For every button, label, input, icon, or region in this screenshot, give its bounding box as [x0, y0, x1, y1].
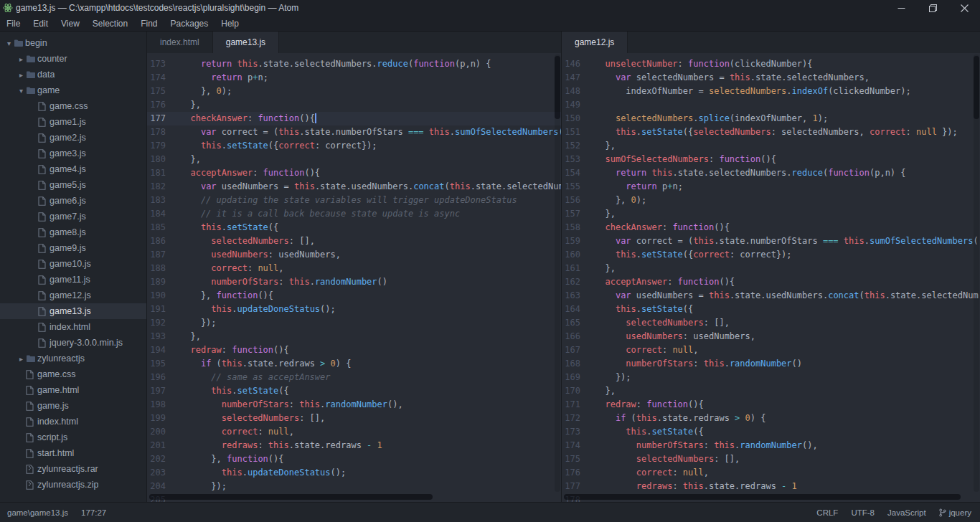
- tab-game13-js[interactable]: game13.js: [213, 32, 279, 53]
- vertical-scrollbar-thumb[interactable]: [974, 56, 979, 119]
- line-number[interactable]: 194: [147, 343, 173, 357]
- code-line[interactable]: 146 unselectNumber: function(clickedNumb…: [562, 57, 980, 71]
- tree-item-index-html[interactable]: index.html: [0, 319, 146, 335]
- menu-edit[interactable]: Edit: [27, 16, 55, 32]
- code-line[interactable]: 147 var selectedNumbers = this.state.sel…: [562, 71, 980, 85]
- line-number[interactable]: 172: [562, 412, 588, 425]
- line-number[interactable]: 191: [147, 303, 173, 316]
- line-number[interactable]: 176: [147, 98, 173, 112]
- tree-item-index-html[interactable]: index.html: [0, 414, 146, 430]
- tree-item-zylunreactjs[interactable]: ▸zylunreactjs: [0, 351, 146, 366]
- tree-item-zylunreactjs-rar[interactable]: zylunreactjs.rar: [0, 461, 146, 477]
- status-encoding[interactable]: UTF-8: [851, 508, 875, 517]
- code-line[interactable]: 201 redraws: this.state.redraws - 1: [147, 439, 561, 452]
- code-line[interactable]: 154 return this.state.selectedNumbers.re…: [562, 166, 980, 180]
- chevron-right-icon[interactable]: ▸: [17, 355, 26, 363]
- code-line[interactable]: 156 }, 0);: [562, 194, 980, 207]
- tree-item-game6-js[interactable]: game6.js: [0, 193, 146, 209]
- line-number[interactable]: 186: [147, 234, 173, 248]
- line-number[interactable]: 188: [147, 262, 173, 275]
- code-line[interactable]: 177 redraws: this.state.redraws - 1: [562, 480, 980, 493]
- line-number[interactable]: 174: [562, 439, 588, 452]
- code-line[interactable]: 161 },: [562, 262, 980, 275]
- line-number[interactable]: 146: [562, 57, 588, 71]
- tree-item-game10-js[interactable]: game10.js: [0, 256, 146, 272]
- code-line[interactable]: 182 var usedNumbers = this.state.usedNum…: [147, 180, 561, 194]
- code-line[interactable]: 196 // same as acceptAnswer: [147, 371, 561, 384]
- menu-help[interactable]: Help: [215, 16, 245, 32]
- line-number[interactable]: 196: [147, 371, 173, 384]
- editor-body[interactable]: 146 unselectNumber: function(clickedNumb…: [562, 53, 980, 502]
- restore-button[interactable]: [917, 0, 948, 16]
- code-line[interactable]: 155 return p+n;: [562, 180, 980, 194]
- tree-item-game3-js[interactable]: game3.js: [0, 146, 146, 161]
- line-number[interactable]: 166: [562, 330, 588, 343]
- code-line[interactable]: 167 correct: null,: [562, 343, 980, 357]
- line-number[interactable]: 199: [147, 412, 173, 425]
- line-number[interactable]: 160: [562, 248, 588, 262]
- code-line[interactable]: 180 },: [147, 153, 561, 166]
- horizontal-scrollbar-thumb[interactable]: [149, 494, 433, 500]
- horizontal-scrollbar[interactable]: [564, 494, 973, 500]
- code-line[interactable]: 150 selectedNumbers.splice(indexOfNumber…: [562, 112, 980, 125]
- menu-file[interactable]: File: [0, 16, 27, 32]
- code-line[interactable]: 202 }, function(){: [147, 452, 561, 466]
- tree-item-start-html[interactable]: start.html: [0, 445, 146, 461]
- code-line[interactable]: 198 numberOfStars: this.randomNumber(),: [147, 398, 561, 412]
- code-line[interactable]: 194 redraw: function(){: [147, 343, 561, 357]
- line-number[interactable]: 174: [147, 71, 173, 85]
- tree-item-game1-js[interactable]: game1.js: [0, 114, 146, 130]
- code-line[interactable]: 152 },: [562, 139, 980, 153]
- code-line[interactable]: 186 selectedNumbers: [],: [147, 234, 561, 248]
- code-line[interactable]: 185 this.setState({: [147, 221, 561, 234]
- tree-item-game13-js[interactable]: game13.js: [0, 303, 146, 319]
- status-file-path[interactable]: game\game13.js: [7, 508, 68, 517]
- status-line-ending[interactable]: CRLF: [816, 508, 838, 517]
- line-number[interactable]: 197: [147, 384, 173, 398]
- code-line[interactable]: 188 correct: null,: [147, 262, 561, 275]
- code-line[interactable]: 183 // updating the state variables will…: [147, 194, 561, 207]
- line-number[interactable]: 204: [147, 480, 173, 493]
- code-line[interactable]: 172 if (this.state.redraws > 0) {: [562, 412, 980, 425]
- code-line[interactable]: 176 },: [147, 98, 561, 112]
- code-line[interactable]: 190 }, function(){: [147, 289, 561, 303]
- code-line[interactable]: 160 this.setState({correct: correct});: [562, 248, 980, 262]
- code-line[interactable]: 181 acceptAnswer: function(){: [147, 166, 561, 180]
- minimize-button[interactable]: [885, 0, 917, 16]
- code-line[interactable]: 203 this.updateDoneStatus();: [147, 466, 561, 480]
- code-line[interactable]: 165 selectedNumbers: [],: [562, 316, 980, 330]
- code-line[interactable]: 174 return p+n;: [147, 71, 561, 85]
- line-number[interactable]: 180: [147, 153, 173, 166]
- code-line[interactable]: 179 this.setState({correct: correct});: [147, 139, 561, 153]
- close-button[interactable]: [948, 0, 980, 16]
- menu-packages[interactable]: Packages: [164, 16, 215, 32]
- line-number[interactable]: 202: [147, 452, 173, 466]
- code-line[interactable]: 158 checkAnswer: function(){: [562, 221, 980, 234]
- line-number[interactable]: 175: [562, 452, 588, 466]
- line-number[interactable]: 203: [147, 466, 173, 480]
- tree-item-zylunreactjs-zip[interactable]: zylunreactjs.zip: [0, 477, 146, 493]
- code-line[interactable]: 204 });: [147, 480, 561, 493]
- tree-item-game2-js[interactable]: game2.js: [0, 130, 146, 146]
- code-line[interactable]: 173 this.setState({: [562, 425, 980, 439]
- line-number[interactable]: 198: [147, 398, 173, 412]
- line-number[interactable]: 195: [147, 357, 173, 371]
- menu-view[interactable]: View: [55, 16, 86, 32]
- line-number[interactable]: 156: [562, 194, 588, 207]
- code-line[interactable]: 175 selectedNumbers: [],: [562, 452, 980, 466]
- line-number[interactable]: 179: [147, 139, 173, 153]
- line-number[interactable]: 177: [147, 112, 173, 125]
- horizontal-scrollbar-thumb[interactable]: [564, 494, 961, 500]
- code-line[interactable]: 149: [562, 98, 980, 112]
- tree-item-data[interactable]: ▸data: [0, 67, 146, 82]
- tree-item-game4-js[interactable]: game4.js: [0, 161, 146, 177]
- line-number[interactable]: 184: [147, 207, 173, 221]
- code-line[interactable]: 159 var correct = (this.state.numberOfSt…: [562, 234, 980, 248]
- code-line[interactable]: 151 this.setState({selectedNumbers: sele…: [562, 125, 980, 139]
- tree-item-game-css[interactable]: game.css: [0, 98, 146, 114]
- line-number[interactable]: 150: [562, 112, 588, 125]
- code-line[interactable]: 176 correct: null,: [562, 466, 980, 480]
- vertical-scrollbar[interactable]: [555, 54, 560, 492]
- tree-item-counter[interactable]: ▸counter: [0, 51, 146, 67]
- line-number[interactable]: 162: [562, 275, 588, 289]
